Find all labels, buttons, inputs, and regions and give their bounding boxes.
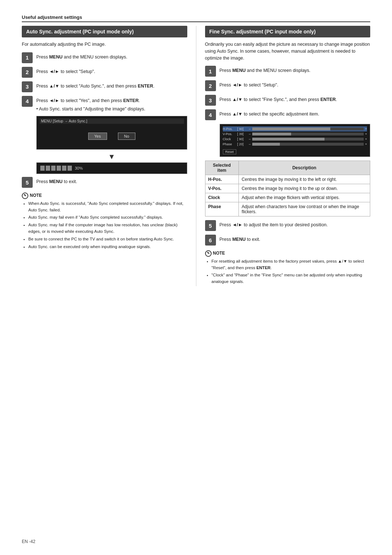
step-text-1: Press MENU and the MENU screen displays. [36, 52, 127, 61]
auto-sync-screen: MENU [Setup → Auto Sync.] Yes No [36, 116, 187, 150]
left-column: Auto Sync. adjustment (PC input mode onl… [22, 26, 187, 251]
hpos-val: [ 90] [237, 127, 248, 131]
screen-inner: Yes No [40, 125, 184, 147]
right-step-num-3: 3 [205, 95, 216, 106]
left-step-5: 5 Press MENU to exit. [22, 177, 187, 188]
note-icon: ✎ [22, 193, 28, 199]
fine-sync-reset-btn: Reset [223, 149, 237, 154]
table-header-item: Selected item [205, 161, 238, 175]
right-note-title: ✎ NOTE [205, 250, 371, 257]
table-cell-hpos-desc: Centres the image by moving it to the le… [238, 175, 370, 184]
right-note-item-1: For resetting all adjustment items to th… [212, 258, 371, 271]
left-section-title: Auto Sync. adjustment (PC input mode onl… [22, 26, 187, 37]
step-num-4: 4 [22, 96, 33, 107]
vpos-bar [252, 133, 364, 135]
right-step-4: 4 Press ▲/▼ to select the specific adjus… [205, 109, 371, 120]
right-note-box: ✎ NOTE For resetting all adjustment item… [205, 250, 371, 285]
menu-bar-label: MENU [Setup → Auto Sync.] [40, 118, 184, 124]
left-note-item-5: Auto Sync. can be executed only when inp… [28, 244, 187, 250]
step-num-2: 2 [22, 67, 33, 78]
table-cell-vpos-label: V-Pos. [205, 184, 238, 193]
clock-val: [ 90] [237, 137, 248, 141]
table-cell-phase-desc: Adjust when characters have low contrast… [238, 202, 370, 216]
table-row-clock: Clock Adjust when the image flickers wit… [205, 193, 370, 202]
right-step-1: 1 Press MENU and the MENU screen display… [205, 66, 371, 77]
right-intro: Ordinarily you can easily adjust the pic… [205, 41, 371, 61]
left-note-item-2: Auto Sync. may fail even if "Auto Sync c… [28, 214, 187, 221]
left-note-item-1: When Auto Sync. is successful, "Auto Syn… [28, 200, 187, 214]
no-button: No [118, 133, 135, 140]
right-step-text-2: Press ◄/► to select "Setup". [220, 80, 278, 89]
left-step-3: 3 Press ▲/▼ to select "Auto Sync.", and … [22, 81, 187, 92]
hpos-label: H-Pos. [223, 127, 236, 131]
progress-bar [40, 166, 72, 171]
description-table: Selected item Description H-Pos. Centres… [205, 161, 371, 216]
left-note-item-3: Auto Sync. may fail if the computer imag… [28, 222, 187, 235]
table-cell-hpos-label: H-Pos. [205, 175, 238, 184]
right-step-text-3: Press ▲/▼ to select "Fine Sync.", and th… [220, 95, 337, 103]
right-step-text-6: Press MENU to exit. [220, 235, 261, 243]
prog-seg-5 [62, 166, 66, 171]
left-step-2: 2 Press ◄/► to select "Setup". [22, 67, 187, 78]
table-row-phase: Phase Adjust when characters have low co… [205, 202, 370, 216]
fine-sync-hpos-row: H-Pos. [ 90] – + [223, 126, 367, 131]
left-intro: For automatically adjusting the PC image… [22, 41, 187, 48]
right-step-num-1: 1 [205, 66, 216, 77]
table-row-hpos: H-Pos. Centres the image by moving it to… [205, 175, 370, 184]
fine-sync-screen: H-Pos. [ 90] – + V-Pos. [ 39] – + Cl [220, 124, 371, 157]
table-cell-clock-desc: Adjust when the image flickers with vert… [238, 193, 370, 202]
clock-bar [252, 138, 364, 141]
fine-sync-vpos-row: V-Pos. [ 39] – + [223, 131, 367, 137]
hpos-bar [252, 127, 364, 130]
prog-seg-6 [68, 166, 72, 171]
right-step-6: 6 Press MENU to exit. [205, 235, 371, 246]
prog-seg-2 [46, 166, 50, 171]
left-note-item-4: Be sure to connect the PC to the TV and … [28, 236, 187, 243]
clock-label: Clock [223, 137, 236, 141]
step-text-2: Press ◄/► to select "Setup". [36, 67, 95, 75]
right-step-num-6: 6 [205, 235, 216, 246]
right-column: Fine Sync. adjustment (PC input mode onl… [205, 26, 371, 286]
right-step-num-4: 4 [205, 109, 216, 120]
column-divider [196, 26, 196, 286]
step-num-5: 5 [22, 177, 33, 188]
fine-sync-phase-row: Phase [ 20] – + [223, 142, 367, 147]
step-text-5: Press MENU to exit. [36, 177, 77, 185]
step-text-4: Press ◄/► to select "Yes", and then pres… [36, 96, 145, 113]
vpos-val: [ 39] [237, 132, 248, 136]
step-text-3: Press ▲/▼ to select "Auto Sync.", and th… [36, 81, 154, 90]
yes-button: Yes [88, 133, 107, 140]
right-notes-list: For resetting all adjustment items to th… [205, 258, 371, 285]
page-footer: EN -42 [22, 539, 35, 544]
left-step-1: 1 Press MENU and the MENU screen display… [22, 52, 187, 63]
step-num-3: 3 [22, 81, 33, 92]
left-step-4: 4 Press ◄/► to select "Yes", and then pr… [22, 96, 187, 113]
right-step-text-5: Press ◄/► to adjust the item to your des… [220, 220, 328, 228]
page-header: Useful adjustment settings [22, 15, 370, 22]
prog-seg-1 [40, 166, 45, 171]
fine-sync-clock-row: Clock [ 90] – + [223, 137, 367, 142]
progress-pct: 30% [75, 166, 83, 170]
table-header-desc: Description [238, 161, 370, 175]
right-step-text-1: Press MENU and the MENU screen displays. [220, 66, 311, 74]
right-step-5: 5 Press ◄/► to adjust the item to your d… [205, 220, 371, 231]
right-step-3: 3 Press ▲/▼ to select "Fine Sync.", and … [205, 95, 371, 106]
right-step-num-5: 5 [205, 220, 216, 231]
prog-seg-3 [51, 166, 56, 171]
right-section-title: Fine Sync. adjustment (PC input mode onl… [205, 26, 371, 37]
prog-seg-4 [57, 166, 61, 171]
table-cell-clock-label: Clock [205, 193, 238, 202]
step-num-1: 1 [22, 52, 33, 63]
progress-screen: 30% [36, 162, 187, 174]
phase-label: Phase [223, 142, 236, 146]
table-row-vpos: V-Pos. Centres the image by moving it to… [205, 184, 370, 193]
right-step-num-2: 2 [205, 80, 216, 91]
left-notes-list: When Auto Sync. is successful, "Auto Syn… [22, 200, 187, 250]
down-arrow-icon: ▼ [36, 153, 187, 161]
table-cell-vpos-desc: Centres the image by moving it to the up… [238, 184, 370, 193]
left-note-title: ✎ NOTE [22, 192, 187, 199]
phase-val: [ 20] [237, 142, 248, 146]
phase-bar [252, 143, 364, 146]
right-note-icon: ✎ [205, 250, 212, 257]
right-step-2: 2 Press ◄/► to select "Setup". [205, 80, 371, 91]
